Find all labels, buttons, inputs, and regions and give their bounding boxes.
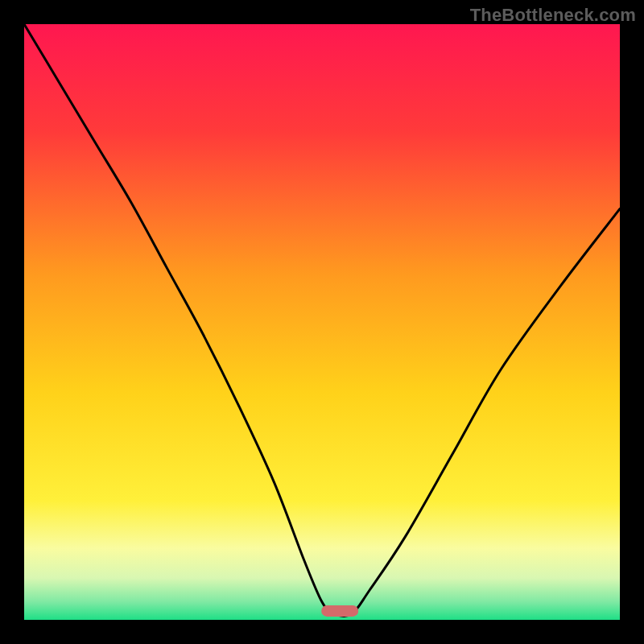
plot-background xyxy=(24,24,620,620)
bottleneck-chart xyxy=(0,0,644,644)
watermark-text: TheBottleneck.com xyxy=(470,5,636,26)
minimum-marker xyxy=(321,605,358,617)
chart-frame: TheBottleneck.com xyxy=(0,0,644,644)
